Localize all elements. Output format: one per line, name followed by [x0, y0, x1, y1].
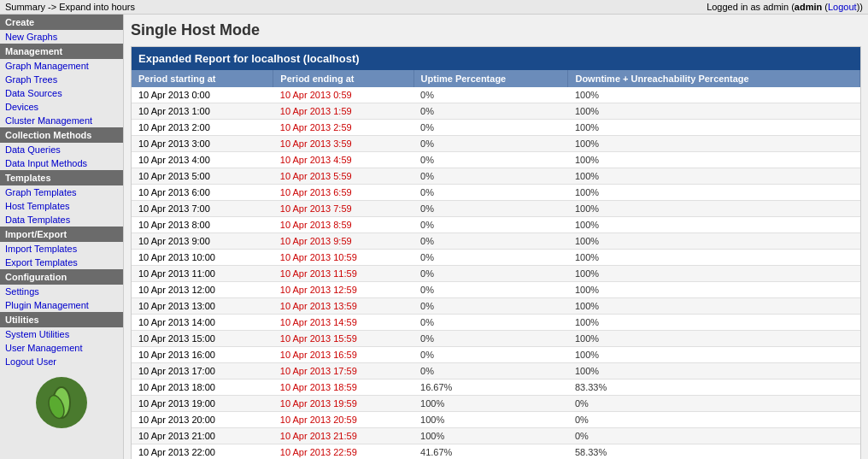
- sidebar-item-plugin-management[interactable]: Plugin Management: [0, 298, 123, 312]
- utilities-section-header: Utilities: [0, 312, 123, 327]
- table-cell: 10 Apr 2013 12:59: [273, 282, 413, 298]
- logo-icon: [36, 377, 87, 428]
- table-cell: 10 Apr 2013 3:59: [273, 136, 413, 152]
- table-cell: 10 Apr 2013 1:00: [132, 103, 273, 120]
- table-row: 10 Apr 2013 9:0010 Apr 2013 9:590%100%: [132, 233, 860, 250]
- table-cell: 10 Apr 2013 15:00: [132, 331, 273, 347]
- table-cell: 0%: [413, 347, 568, 363]
- sidebar: Create New Graphs Management Graph Manag…: [0, 15, 124, 459]
- sidebar-item-graph-management[interactable]: Graph Management: [0, 59, 123, 73]
- table-row: 10 Apr 2013 10:0010 Apr 2013 10:590%100%: [132, 250, 860, 266]
- sidebar-item-host-templates[interactable]: Host Templates: [0, 199, 123, 213]
- col-period-end: Period ending at: [273, 70, 413, 87]
- table-cell: 10 Apr 2013 0:59: [273, 87, 413, 103]
- sidebar-item-import-templates[interactable]: Import Templates: [0, 242, 123, 256]
- sidebar-item-data-templates[interactable]: Data Templates: [0, 213, 123, 227]
- table-row: 10 Apr 2013 0:0010 Apr 2013 0:590%100%: [132, 87, 860, 103]
- table-cell: 100%: [568, 315, 860, 331]
- table-cell: 0%: [413, 185, 568, 201]
- sidebar-item-system-utilities[interactable]: System Utilities: [0, 327, 123, 341]
- table-cell: 10 Apr 2013 10:00: [132, 250, 273, 266]
- sidebar-item-graph-trees[interactable]: Graph Trees: [0, 73, 123, 86]
- table-cell: 100%: [568, 266, 860, 282]
- sidebar-item-data-input-methods[interactable]: Data Input Methods: [0, 156, 123, 170]
- table-cell: 100%: [568, 250, 860, 266]
- sidebar-item-settings[interactable]: Settings: [0, 285, 123, 298]
- sidebar-item-export-templates[interactable]: Export Templates: [0, 256, 123, 269]
- sidebar-item-devices[interactable]: Devices: [0, 100, 123, 114]
- table-cell: 0%: [413, 298, 568, 315]
- table-cell: 16.67%: [413, 380, 568, 396]
- table-cell: 10 Apr 2013 0:00: [132, 87, 273, 103]
- table-cell: 100%: [568, 347, 860, 363]
- table-cell: 10 Apr 2013 17:59: [273, 363, 413, 380]
- table-cell: 100%: [568, 136, 860, 152]
- table-cell: 10 Apr 2013 15:59: [273, 331, 413, 347]
- col-downtime: Downtime + Unreachability Percentage: [568, 70, 860, 87]
- table-cell: 100%: [568, 168, 860, 185]
- user-info: Logged in as admin (admin (Logout)): [707, 2, 863, 12]
- table-cell: 10 Apr 2013 11:00: [132, 266, 273, 282]
- table-cell: 10 Apr 2013 18:00: [132, 380, 273, 396]
- table-cell: 10 Apr 2013 3:00: [132, 136, 273, 152]
- table-cell: 10 Apr 2013 8:59: [273, 217, 413, 233]
- table-cell: 10 Apr 2013 2:00: [132, 120, 273, 136]
- table-cell: 10 Apr 2013 1:59: [273, 103, 413, 120]
- sidebar-item-data-sources[interactable]: Data Sources: [0, 86, 123, 100]
- table-cell: 100%: [568, 185, 860, 201]
- table-cell: 0%: [413, 217, 568, 233]
- table-cell: 10 Apr 2013 21:59: [273, 428, 413, 444]
- table-cell: 0%: [413, 103, 568, 120]
- table-cell: 100%: [568, 298, 860, 315]
- table-cell: 100%: [568, 282, 860, 298]
- table-row: 10 Apr 2013 11:0010 Apr 2013 11:590%100%: [132, 266, 860, 282]
- table-cell: 0%: [413, 282, 568, 298]
- table-row: 10 Apr 2013 20:0010 Apr 2013 20:59100%0%: [132, 412, 860, 428]
- table-cell: 10 Apr 2013 20:59: [273, 412, 413, 428]
- table-cell: 100%: [568, 217, 860, 233]
- table-cell: 10 Apr 2013 10:59: [273, 250, 413, 266]
- table-row: 10 Apr 2013 2:0010 Apr 2013 2:590%100%: [132, 120, 860, 136]
- table-cell: 100%: [413, 428, 568, 444]
- table-cell: 58.33%: [568, 444, 860, 460]
- table-row: 10 Apr 2013 18:0010 Apr 2013 18:5916.67%…: [132, 380, 860, 396]
- table-row: 10 Apr 2013 8:0010 Apr 2013 8:590%100%: [132, 217, 860, 233]
- table-row: 10 Apr 2013 19:0010 Apr 2013 19:59100%0%: [132, 396, 860, 412]
- table-cell: 100%: [568, 233, 860, 250]
- table-row: 10 Apr 2013 1:0010 Apr 2013 1:590%100%: [132, 103, 860, 120]
- table-cell: 10 Apr 2013 8:00: [132, 217, 273, 233]
- table-cell: 0%: [413, 250, 568, 266]
- table-row: 10 Apr 2013 6:0010 Apr 2013 6:590%100%: [132, 185, 860, 201]
- table-row: 10 Apr 2013 17:0010 Apr 2013 17:590%100%: [132, 363, 860, 380]
- sidebar-item-graph-templates[interactable]: Graph Templates: [0, 185, 123, 199]
- table-cell: 10 Apr 2013 20:00: [132, 412, 273, 428]
- report-container: Expanded Report for localhost (localhost…: [131, 46, 861, 459]
- table-row: 10 Apr 2013 22:0010 Apr 2013 22:5941.67%…: [132, 444, 860, 460]
- import-export-section-header: Import/Export: [0, 227, 123, 242]
- configuration-section-header: Configuration: [0, 269, 123, 285]
- table-cell: 100%: [568, 363, 860, 380]
- table-cell: 10 Apr 2013 22:59: [273, 444, 413, 460]
- sidebar-item-new-graphs[interactable]: New Graphs: [0, 30, 123, 44]
- table-cell: 10 Apr 2013 18:59: [273, 380, 413, 396]
- table-cell: 10 Apr 2013 13:00: [132, 298, 273, 315]
- content-area: Single Host Mode Expanded Report for loc…: [124, 15, 868, 459]
- topbar: Summary -> Expand into hours Logged in a…: [0, 0, 868, 15]
- table-cell: 10 Apr 2013 6:00: [132, 185, 273, 201]
- table-row: 10 Apr 2013 3:0010 Apr 2013 3:590%100%: [132, 136, 860, 152]
- page-title: Single Host Mode: [131, 21, 861, 39]
- table-cell: 10 Apr 2013 14:59: [273, 315, 413, 331]
- table-cell: 100%: [568, 152, 860, 168]
- table-header-row: Period starting at Period ending at Upti…: [132, 70, 860, 87]
- sidebar-item-user-management[interactable]: User Management: [0, 341, 123, 355]
- table-cell: 10 Apr 2013 17:00: [132, 363, 273, 380]
- sidebar-item-data-queries[interactable]: Data Queries: [0, 143, 123, 156]
- logout-link[interactable]: Logout: [828, 2, 857, 12]
- table-cell: 10 Apr 2013 5:00: [132, 168, 273, 185]
- templates-section-header: Templates: [0, 170, 123, 185]
- management-section-header: Management: [0, 44, 123, 59]
- table-cell: 10 Apr 2013 12:00: [132, 282, 273, 298]
- sidebar-item-logout-user[interactable]: Logout User: [0, 355, 123, 368]
- table-cell: 41.67%: [413, 444, 568, 460]
- sidebar-item-cluster-management[interactable]: Cluster Management: [0, 114, 123, 127]
